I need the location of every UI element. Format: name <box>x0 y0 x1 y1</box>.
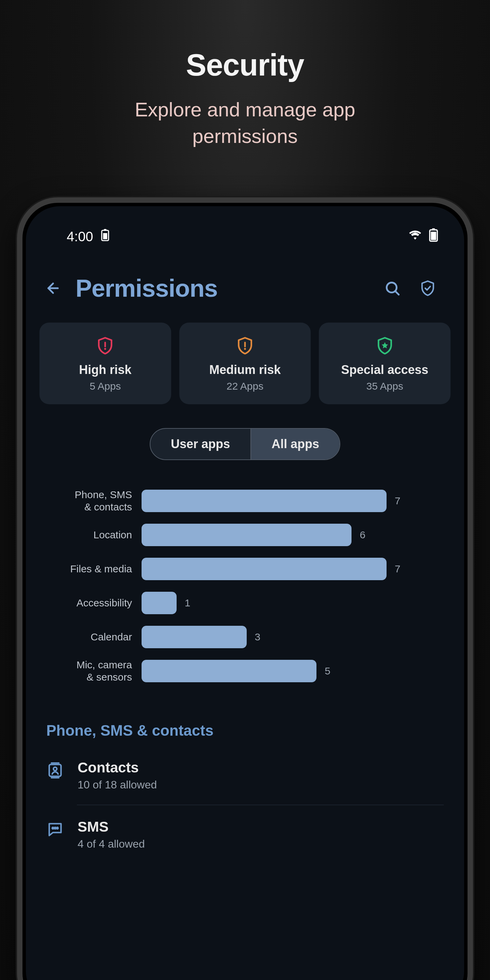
chart-value: 6 <box>360 529 366 541</box>
toggle-user-apps[interactable]: User apps <box>150 429 250 460</box>
chart-label: Location <box>26 529 142 541</box>
permission-item-contacts[interactable]: Contacts 10 of 18 allowed <box>26 746 464 805</box>
chart-row[interactable]: Files & media7 <box>26 552 447 586</box>
shield-button[interactable] <box>418 279 437 298</box>
chart-bar <box>142 626 247 648</box>
chart-row[interactable]: Calendar3 <box>26 620 447 654</box>
permission-sub: 10 of 18 allowed <box>78 778 444 791</box>
chart-bar-zone: 3 <box>142 626 447 648</box>
status-bar: 4:00 <box>26 206 464 247</box>
chart-row[interactable]: Mic, camera& sensors5 <box>26 654 447 688</box>
phone-side-button <box>472 441 473 523</box>
risk-card-special[interactable]: Special access 35 Apps <box>319 323 450 404</box>
svg-rect-1 <box>103 233 107 239</box>
risk-title: Medium risk <box>183 363 308 377</box>
permission-text: SMS 4 of 4 allowed <box>78 819 444 850</box>
risk-sub: 22 Apps <box>183 380 308 392</box>
app-header: Permissions <box>26 247 464 316</box>
chart-label: Files & media <box>26 563 142 575</box>
chart-value: 7 <box>395 495 401 507</box>
search-button[interactable] <box>383 279 401 298</box>
chart-bar-zone: 6 <box>142 524 447 546</box>
chart-value: 7 <box>395 563 401 575</box>
svg-point-20 <box>56 827 58 829</box>
chart-bar-zone: 5 <box>142 660 447 682</box>
chart-label: Mic, camera& sensors <box>26 659 142 683</box>
risk-title: High risk <box>43 363 168 377</box>
contacts-icon <box>46 762 64 779</box>
permission-title: Contacts <box>78 759 444 776</box>
permission-item-sms[interactable]: SMS 4 of 4 allowed <box>26 805 464 864</box>
risk-cards-row: High risk 5 Apps Medium risk 22 Apps Spe… <box>26 316 464 404</box>
chart-row[interactable]: Location6 <box>26 518 447 552</box>
status-left: 4:00 <box>67 229 110 244</box>
page-title: Permissions <box>76 274 371 302</box>
arrow-left-icon <box>45 280 61 296</box>
chart-bar <box>142 490 387 512</box>
risk-card-high[interactable]: High risk 5 Apps <box>40 323 171 404</box>
promo-subtitle: Explore and manage app permissions <box>0 96 490 150</box>
permission-text: Contacts 10 of 18 allowed <box>78 759 444 791</box>
back-button[interactable] <box>43 278 63 298</box>
risk-sub: 5 Apps <box>43 380 168 392</box>
promo-title: Security <box>0 48 490 83</box>
svg-point-18 <box>52 827 53 829</box>
chart-bar-zone: 1 <box>142 592 447 614</box>
svg-point-10 <box>105 348 107 350</box>
svg-rect-4 <box>431 232 436 240</box>
promo-subtitle-line1: Explore and manage app <box>135 98 355 121</box>
chart-value: 1 <box>185 597 191 609</box>
chart-label: Calendar <box>26 631 142 643</box>
chart-value: 3 <box>255 631 261 643</box>
chart-bar <box>142 660 317 682</box>
header-actions <box>383 279 447 298</box>
chart-label: Phone, SMS& contacts <box>26 488 142 513</box>
segmented-control: User apps All apps <box>150 428 340 460</box>
chart-bar-zone: 7 <box>142 490 447 512</box>
risk-card-medium[interactable]: Medium risk 22 Apps <box>179 323 311 404</box>
chart-row[interactable]: Phone, SMS& contacts7 <box>26 484 447 518</box>
shield-alert-icon <box>95 336 115 355</box>
permission-sub: 4 of 4 allowed <box>78 838 444 850</box>
toggle-all-apps[interactable]: All apps <box>250 429 340 460</box>
svg-marker-13 <box>382 342 388 348</box>
risk-title: Special access <box>322 363 447 377</box>
chart-bar-zone: 7 <box>142 558 447 580</box>
section-title: Phone, SMS & contacts <box>26 688 464 746</box>
chart-label: Accessibility <box>26 597 142 609</box>
search-icon <box>384 280 401 297</box>
svg-point-12 <box>244 348 246 350</box>
permission-title: SMS <box>78 819 444 835</box>
shield-check-icon <box>419 280 436 297</box>
phone-frame: 4:00 Permissions <box>17 197 473 980</box>
svg-point-19 <box>54 827 56 829</box>
screen: 4:00 Permissions <box>26 206 464 980</box>
permissions-bar-chart: Phone, SMS& contacts7Location6Files & me… <box>26 484 464 688</box>
battery-small-icon <box>101 229 110 244</box>
chart-bar <box>142 558 387 580</box>
chart-value: 5 <box>325 665 331 677</box>
chart-bar <box>142 524 352 546</box>
app-filter-toggle: User apps All apps <box>26 428 464 460</box>
battery-icon <box>427 228 440 245</box>
risk-sub: 35 Apps <box>322 380 447 392</box>
svg-point-17 <box>53 767 57 771</box>
svg-line-8 <box>395 291 399 295</box>
sms-icon <box>46 821 64 838</box>
svg-rect-5 <box>432 228 435 230</box>
chart-bar <box>142 592 177 614</box>
shield-alert-icon <box>235 336 255 355</box>
svg-rect-2 <box>104 229 107 231</box>
chart-row[interactable]: Accessibility1 <box>26 586 447 620</box>
shield-star-icon <box>375 336 395 355</box>
promo-subtitle-line2: permissions <box>192 125 298 147</box>
status-right <box>408 228 440 245</box>
status-time: 4:00 <box>67 229 93 244</box>
wifi-icon <box>408 228 422 245</box>
